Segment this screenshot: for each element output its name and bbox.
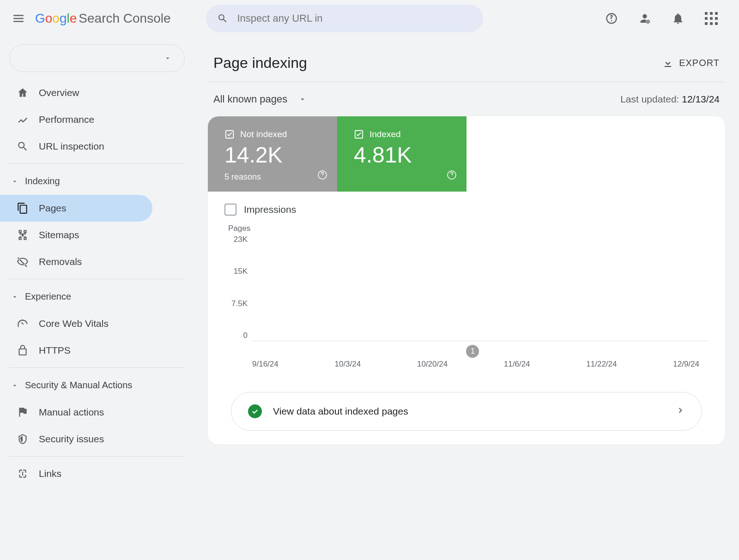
indexing-card: Not indexed 14.2K 5 reasons Indexed 4.81… (208, 116, 725, 445)
tab-subtext: 5 reasons (224, 172, 321, 182)
checkbox-checked-icon (224, 129, 235, 139)
sidebar-item-label: HTTPS (39, 345, 71, 356)
last-updated: Last updated: 12/13/24 (620, 94, 720, 105)
divider (9, 367, 185, 368)
chart-y-axis: 23K15K7.5K0 (224, 235, 248, 341)
impressions-toggle-row: Impressions (208, 192, 725, 220)
checkbox-checked-icon (354, 129, 364, 139)
url-inspect-input[interactable] (237, 12, 472, 24)
sidebar-item-sitemaps[interactable]: Sitemaps (0, 222, 152, 248)
status-tabs: Not indexed 14.2K 5 reasons Indexed 4.81… (208, 116, 725, 192)
sidebar-item-label: Performance (39, 114, 94, 125)
product-name: Search Console (79, 11, 170, 26)
tab-label: Indexed (370, 129, 401, 139)
sidebar-item-performance[interactable]: Performance (0, 106, 152, 133)
filter-dropdown[interactable]: All known pages (213, 93, 307, 105)
url-inspect-search[interactable] (206, 5, 483, 32)
bell-icon (672, 12, 684, 25)
view-data-label: View data about indexed pages (273, 406, 408, 417)
caret-down-icon (11, 178, 18, 185)
sidebar-item-label: Manual actions (39, 407, 104, 418)
sidebar-item-label: Security issues (39, 434, 104, 445)
product-logo[interactable]: Google Search Console (35, 11, 171, 26)
export-button[interactable]: EXPORT (662, 58, 720, 69)
sidebar-section-security[interactable]: Security & Manual Actions (0, 372, 194, 399)
sidebar-section-label: Indexing (25, 176, 60, 187)
divider (9, 279, 185, 279)
export-label: EXPORT (679, 58, 720, 68)
users-button[interactable] (636, 9, 654, 28)
tab-value: 14.2K (224, 142, 321, 168)
sidebar-item-url-inspection[interactable]: URL inspection (0, 133, 152, 160)
status-tab-indexed[interactable]: Indexed 4.81K (337, 116, 466, 192)
flag-icon (17, 406, 29, 418)
pages-icon (17, 202, 29, 214)
sidebar-item-security-issues[interactable]: Security issues (0, 426, 152, 452)
user-settings-icon (638, 12, 651, 25)
chart-bars[interactable] (252, 235, 709, 341)
help-icon (317, 169, 328, 181)
property-selector[interactable] (9, 44, 185, 72)
sidebar-item-label: URL inspection (39, 141, 104, 152)
sidebar-item-https[interactable]: HTTPS (0, 337, 152, 364)
apps-button[interactable] (702, 9, 721, 28)
sidebar-item-manual-actions[interactable]: Manual actions (0, 399, 152, 426)
sidebar-item-label: Pages (39, 203, 67, 214)
tab-help-button[interactable] (317, 169, 328, 182)
sidebar-item-label: Overview (39, 87, 79, 98)
chart-area: Pages 23K15K7.5K0 1 9/16/2410/3/2410/20/… (208, 220, 725, 383)
shield-icon (17, 433, 29, 445)
sidebar-section-experience[interactable]: Experience (0, 283, 194, 310)
removals-icon (17, 256, 29, 268)
sidebar-item-removals[interactable]: Removals (0, 248, 152, 275)
divider (9, 456, 185, 457)
sidebar-item-overview[interactable]: Overview (0, 79, 152, 106)
caret-down-icon (11, 293, 18, 301)
topbar-actions (602, 9, 730, 28)
apps-grid-icon (705, 12, 718, 25)
page-header: Page indexing EXPORT (208, 46, 725, 82)
tab-label: Not indexed (240, 129, 287, 139)
filter-row: All known pages Last updated: 12/13/24 (208, 82, 725, 116)
sidebar-section-label: Experience (25, 291, 71, 302)
sidebar-item-links[interactable]: Links (0, 460, 152, 487)
topbar: Google Search Console (0, 0, 739, 37)
sidebar-item-pages[interactable]: Pages (0, 195, 152, 222)
tab-help-button[interactable] (446, 169, 457, 182)
help-icon (446, 169, 457, 181)
tab-value: 4.81K (354, 142, 450, 168)
impressions-checkbox[interactable] (224, 204, 236, 216)
search-icon (17, 140, 29, 152)
tab-subtext (354, 172, 450, 182)
google-logo-icon: Google (35, 11, 77, 26)
sidebar-section-label: Security & Manual Actions (25, 380, 132, 391)
page-title: Page indexing (213, 54, 307, 72)
caret-down-icon (164, 54, 171, 62)
chart-x-axis: 9/16/2410/3/2410/20/2411/6/2411/22/2412/… (224, 360, 709, 369)
chart-event-marker[interactable]: 1 (466, 345, 479, 358)
sidebar-section-indexing[interactable]: Indexing (0, 168, 194, 195)
sidebar-item-label: Sitemaps (39, 229, 79, 241)
main-content: Page indexing EXPORT All known pages Las… (194, 37, 739, 560)
notifications-button[interactable] (669, 9, 687, 28)
download-icon (662, 58, 673, 69)
help-icon (605, 12, 618, 25)
help-button[interactable] (602, 9, 621, 28)
chevron-right-icon (676, 406, 685, 417)
caret-down-icon (298, 95, 307, 103)
menu-button[interactable] (9, 9, 28, 28)
sidebar-item-label: Links (39, 468, 61, 479)
view-indexed-data-button[interactable]: View data about indexed pages (231, 392, 702, 431)
divider (9, 163, 185, 164)
status-tab-not-indexed[interactable]: Not indexed 14.2K 5 reasons (208, 116, 337, 192)
caret-down-icon (11, 382, 18, 389)
sitemap-icon (17, 229, 29, 241)
filter-label: All known pages (213, 93, 287, 105)
chart-ylabel: Pages (228, 224, 709, 233)
sidebar: Overview Performance URL inspection Inde… (0, 37, 194, 560)
search-icon (217, 12, 228, 24)
sidebar-item-core-web-vitals[interactable]: Core Web Vitals (0, 310, 152, 337)
lock-icon (17, 344, 29, 356)
trending-icon (17, 114, 29, 126)
home-icon (17, 87, 29, 99)
